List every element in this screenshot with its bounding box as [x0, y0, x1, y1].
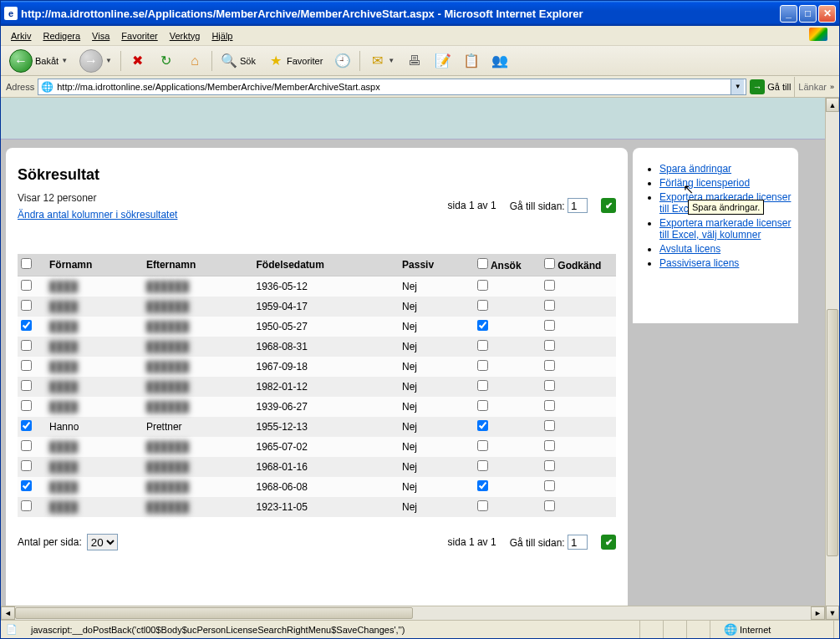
go-arrow-icon: →: [750, 79, 765, 94]
discuss-button[interactable]: 📋: [460, 51, 483, 71]
edit-button[interactable]: 📝: [431, 51, 455, 71]
forward-button[interactable]: → ▼: [76, 48, 115, 74]
history-button[interactable]: 🕘: [331, 51, 354, 71]
scroll-down-button[interactable]: ▼: [826, 606, 839, 620]
row-select-checkbox[interactable]: [21, 460, 32, 471]
row-godkand-checkbox[interactable]: [544, 320, 555, 331]
links-label[interactable]: Länkar: [798, 82, 827, 92]
row-ansok-checkbox[interactable]: [477, 500, 488, 511]
refresh-button[interactable]: ↻: [155, 51, 178, 71]
status-text: javascript:__doPostBack('ctl00$Body$ucPe…: [24, 621, 640, 638]
per-page-label: Antal per sida:: [18, 536, 82, 548]
row-ansok-checkbox[interactable]: [477, 360, 488, 371]
menu-visa[interactable]: Visa: [87, 29, 115, 43]
ansok-all-checkbox[interactable]: [477, 258, 488, 269]
row-select-checkbox[interactable]: [21, 280, 32, 291]
row-godkand-checkbox[interactable]: [544, 480, 555, 491]
maximize-button[interactable]: □: [799, 5, 817, 23]
goto-button[interactable]: ✔: [601, 198, 616, 213]
table-row: ████ ██████ 1968-08-31 Nej: [18, 337, 616, 357]
home-button[interactable]: ⌂: [183, 51, 206, 71]
side-menu-link-5[interactable]: Passivisera licens: [659, 257, 739, 269]
scroll-up-button[interactable]: ▲: [826, 98, 839, 112]
row-select-checkbox[interactable]: [21, 480, 32, 491]
back-button[interactable]: ← Bakåt ▼: [6, 48, 71, 74]
refresh-icon: ↻: [158, 53, 175, 69]
goto-input[interactable]: [568, 198, 588, 213]
go-button[interactable]: → Gå till: [750, 79, 791, 94]
godkand-all-checkbox[interactable]: [544, 258, 555, 269]
close-button[interactable]: ✕: [818, 5, 836, 23]
toolbar-separator: [794, 77, 795, 97]
side-menu-link-1[interactable]: Förläng licensperiod: [659, 177, 750, 189]
side-menu-link-4[interactable]: Avsluta licens: [659, 243, 720, 255]
row-ansok-checkbox[interactable]: [477, 400, 488, 411]
row-godkand-checkbox[interactable]: [544, 340, 555, 351]
print-button[interactable]: 🖶: [403, 51, 426, 71]
goto-button-bottom[interactable]: ✔: [601, 535, 616, 550]
select-all-checkbox[interactable]: [21, 258, 32, 269]
row-ansok-checkbox[interactable]: [477, 280, 488, 291]
goto-input-bottom[interactable]: [568, 535, 588, 550]
row-ansok-checkbox[interactable]: [477, 320, 488, 331]
row-godkand-checkbox[interactable]: [544, 300, 555, 311]
side-menu-item: Spara ändringar: [659, 163, 793, 175]
row-select-checkbox[interactable]: [21, 400, 32, 411]
row-select-checkbox[interactable]: [21, 380, 32, 391]
row-select-checkbox[interactable]: [21, 340, 32, 351]
per-page-select[interactable]: 20: [87, 534, 118, 550]
messenger-button[interactable]: 👥: [488, 51, 512, 71]
row-select-checkbox[interactable]: [21, 360, 32, 371]
status-empty-3: [694, 621, 710, 638]
menu-verktyg[interactable]: Verktyg: [165, 29, 206, 43]
row-godkand-checkbox[interactable]: [544, 400, 555, 411]
minimize-button[interactable]: _: [780, 5, 797, 23]
menu-favoriter[interactable]: Favoriter: [116, 29, 162, 43]
side-panel: Spara ändringarFörläng licensperiodExpor…: [633, 148, 798, 323]
address-input[interactable]: [53, 82, 731, 92]
vscroll-track[interactable]: [826, 112, 839, 606]
address-dropdown[interactable]: ▼: [731, 79, 744, 94]
row-select-checkbox[interactable]: [21, 420, 32, 431]
horizontal-scrollbar[interactable]: ◄ ►: [1, 606, 825, 620]
vertical-scrollbar[interactable]: ▲ ▼: [825, 98, 839, 620]
row-godkand-checkbox[interactable]: [544, 440, 555, 451]
row-godkand-checkbox[interactable]: [544, 280, 555, 291]
cell-efternamn: ██████: [143, 317, 253, 337]
row-ansok-checkbox[interactable]: [477, 480, 488, 491]
row-select-checkbox[interactable]: [21, 440, 32, 451]
mail-button[interactable]: ✉▼: [365, 51, 398, 71]
row-godkand-checkbox[interactable]: [544, 380, 555, 391]
row-godkand-checkbox[interactable]: [544, 420, 555, 431]
row-select-checkbox[interactable]: [21, 320, 32, 331]
row-select-checkbox[interactable]: [21, 300, 32, 311]
hscroll-thumb[interactable]: [15, 607, 413, 619]
hscroll-track[interactable]: [15, 606, 811, 620]
search-button[interactable]: 🔍Sök: [217, 51, 259, 71]
row-godkand-checkbox[interactable]: [544, 360, 555, 371]
menu-arkiv[interactable]: Arkiv: [6, 29, 36, 43]
row-ansok-checkbox[interactable]: [477, 420, 488, 431]
vscroll-thumb[interactable]: [827, 309, 838, 556]
menu-hjalp[interactable]: Hjälp: [206, 29, 237, 43]
links-expand-icon[interactable]: »: [830, 83, 834, 91]
side-menu-link-3[interactable]: Exportera markerade licenser till Excel,…: [659, 217, 791, 241]
row-ansok-checkbox[interactable]: [477, 380, 488, 391]
row-ansok-checkbox[interactable]: [477, 460, 488, 471]
row-select-checkbox[interactable]: [21, 500, 32, 511]
row-godkand-checkbox[interactable]: [544, 500, 555, 511]
scroll-left-button[interactable]: ◄: [1, 606, 15, 620]
row-ansok-checkbox[interactable]: [477, 300, 488, 311]
menu-redigera[interactable]: Redigera: [38, 29, 85, 43]
row-ansok-checkbox[interactable]: [477, 440, 488, 451]
favorites-button[interactable]: ★Favoriter: [264, 51, 326, 71]
stop-button[interactable]: ✖: [126, 51, 150, 71]
cell-efternamn: ██████: [143, 276, 253, 297]
scroll-right-button[interactable]: ►: [811, 606, 825, 620]
change-columns-link[interactable]: Ändra antal kolumner i sökresultatet: [18, 209, 177, 221]
side-menu-link-0[interactable]: Spara ändringar: [659, 163, 731, 175]
stop-icon: ✖: [130, 53, 146, 69]
row-ansok-checkbox[interactable]: [477, 340, 488, 351]
cell-fodelsedatum: 1936-05-12: [252, 276, 399, 297]
row-godkand-checkbox[interactable]: [544, 460, 555, 471]
